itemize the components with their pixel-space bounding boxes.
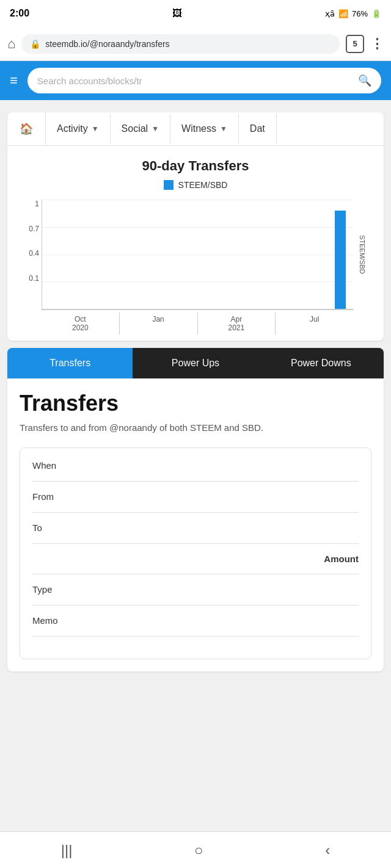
divider-4 [32,574,359,574]
nav-back-icon[interactable]: ‹ [313,836,342,865]
url-text: steemdb.io/@noraandy/transfers [45,39,169,49]
status-photo-icon: 🖼 [172,8,182,19]
x-month-oct: Oct [42,315,119,324]
detail-type-label: Type [32,584,53,595]
tab-transfers[interactable]: Transfers [7,348,133,378]
y-axis-title-wrapper: STEEM/SBD [353,200,371,309]
transfers-description: Transfers to and from @noraandy of both … [20,421,371,435]
activity-arrow-icon: ▼ [92,125,99,133]
detail-memo-label: Memo [32,615,58,626]
x-year-2021: 2021 [198,324,276,332]
detail-amount-row: Amount [32,554,359,564]
transfers-heading: Transfers [20,391,371,416]
search-placeholder: Search accounts/blocks/tr [37,76,142,86]
transfers-tabs: Transfers Power Ups Power Downs [7,348,384,378]
divider-1 [32,481,359,482]
divider-5 [32,605,359,606]
home-tab-icon: 🏠 [20,122,33,136]
x-label-oct: Oct 2020 [42,313,120,335]
transfers-section: Transfers Power Ups Power Downs Transfer… [7,348,384,671]
nav-menu-icon[interactable]: ||| [49,836,85,865]
y-label-3: 0.4 [29,249,39,258]
tab-activity-label: Activity [57,123,88,134]
x-label-apr: Apr 2021 [198,313,276,335]
detail-memo-row: Memo [32,615,359,626]
tab-witness-label: Witness [181,123,216,134]
tab-dat-label: Dat [250,123,265,134]
chart-bar [335,211,346,309]
x-month-apr: Apr [198,315,276,324]
browser-bar: ⌂ 🔒 steemdb.io/@noraandy/transfers 5 ⋮ [0,27,391,61]
grid-line-1 [42,227,353,228]
grid-line-3 [42,281,353,282]
browser-url-bar[interactable]: 🔒 steemdb.io/@noraandy/transfers [21,34,340,54]
tab-transfers-label: Transfers [49,358,90,368]
chart-plot [42,200,353,309]
status-bar: 2:00 🖼 ҳȃ 📶 76% 🔋 [0,0,391,27]
nav-home-icon[interactable]: ○ [182,836,216,865]
tab-social-label: Social [122,123,148,134]
chart-title: 90-day Transfers [20,158,371,174]
x-label-jan: Jan [120,313,198,335]
transfers-content: Transfers Transfers to and from @noraand… [7,378,384,671]
chart-legend: STEEM/SBD [20,180,371,190]
tab-witness[interactable]: Witness ▼ [170,114,239,144]
status-icons: ҳȃ 📶 76% 🔋 [325,9,381,18]
battery-text: 76% [352,9,368,18]
search-icon: 🔍 [358,74,371,87]
tab-social[interactable]: Social ▼ [111,114,170,144]
detail-to-label: To [32,523,42,533]
battery-icon: 🔋 [371,9,381,18]
x-year-2020: 2020 [42,324,119,332]
detail-from-label: From [32,491,54,502]
y-label-1: 1 [35,200,39,208]
y-label-4: 0.1 [29,274,39,283]
tab-dat[interactable]: Dat [239,114,277,144]
tab-power-downs[interactable]: Power Downs [258,348,384,378]
bottom-nav: ||| ○ ‹ [0,831,391,868]
more-icon[interactable]: ⋮ [370,36,384,52]
y-axis: 1 0.7 0.4 0.1 0 [20,200,39,309]
x-label-jul: Jul [276,313,353,335]
tab-count[interactable]: 5 [346,35,364,53]
legend-color-box [164,180,174,190]
tab-activity[interactable]: Activity ▼ [46,114,111,144]
detail-when-label: When [32,460,56,471]
y-label-2: 0.7 [29,225,39,233]
x-axis: Oct 2020 Jan Apr 2021 Jul [42,309,353,335]
detail-when-row: When [32,460,359,471]
divider-3 [32,543,359,544]
tab-home[interactable]: 🏠 [7,112,46,145]
chart-section: 90-day Transfers STEEM/SBD 1 0.7 0.4 0.1… [7,146,384,341]
lock-icon: 🔒 [30,39,40,49]
grid-line-2 [42,255,353,255]
x-month-jan: Jan [120,315,197,324]
x-month-jul: Jul [276,315,353,324]
nav-tabs: 🏠 Activity ▼ Social ▼ Witness ▼ Dat [7,112,384,146]
grid-line-top [42,200,353,200]
social-arrow-icon: ▼ [152,125,159,133]
divider-2 [32,512,359,513]
signal-icon: ҳȃ [325,9,335,18]
hamburger-icon[interactable]: ≡ [10,73,18,89]
tab-powerdowns-label: Power Downs [291,358,351,368]
header-search[interactable]: Search accounts/blocks/tr 🔍 [27,68,381,93]
tab-powerups-label: Power Ups [172,358,219,368]
detail-type-row: Type [32,584,359,595]
tab-power-ups[interactable]: Power Ups [133,348,258,378]
content-area: 🏠 Activity ▼ Social ▼ Witness ▼ Dat 90-d… [0,100,391,720]
divider-6 [32,636,359,637]
detail-to-row: To [32,523,359,533]
wifi-icon: 📶 [338,9,348,18]
chart-wrapper: 1 0.7 0.4 0.1 0 [20,200,371,309]
status-time: 2:00 [10,8,29,19]
transfer-details-card: When From To Amount Type [20,447,371,659]
witness-arrow-icon: ▼ [220,125,227,133]
nav-card: 🏠 Activity ▼ Social ▼ Witness ▼ Dat 90-d… [7,112,384,341]
legend-label: STEEM/SBD [178,180,228,190]
detail-from-row: From [32,491,359,502]
app-header: ≡ Search accounts/blocks/tr 🔍 [0,61,391,100]
y-axis-title: STEEM/SBD [359,235,366,274]
browser-home-icon[interactable]: ⌂ [7,36,15,52]
detail-amount-label: Amount [324,554,359,564]
